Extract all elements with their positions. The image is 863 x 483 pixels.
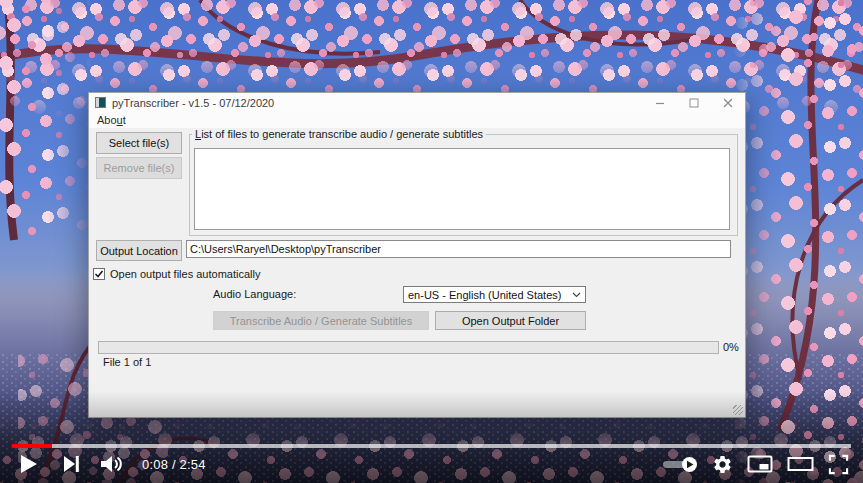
next-icon [64, 456, 79, 472]
remove-files-button[interactable]: Remove file(s) [96, 157, 182, 179]
volume-button[interactable] [98, 447, 128, 481]
group-label-text: ist of files to generate transcribe audi… [201, 128, 483, 140]
open-output-checkbox[interactable] [93, 268, 105, 280]
file-counter: File 1 of 1 [103, 356, 151, 368]
play-button[interactable] [14, 447, 44, 481]
blossoms-right [731, 0, 863, 483]
maximize-icon [689, 98, 699, 108]
volume-icon [101, 455, 125, 473]
minimize-icon [655, 98, 665, 108]
file-list[interactable] [194, 148, 730, 230]
about-label-end: t [123, 114, 126, 126]
minimize-button[interactable] [643, 93, 677, 113]
autoplay-toggle[interactable] [662, 456, 698, 473]
theater-mode-icon [787, 455, 814, 473]
blossoms-top-dense [0, 0, 863, 90]
open-output-checkbox-label: Open output files automatically [110, 268, 260, 280]
window-titlebar: pyTranscriber - v1.5 - 07/12/2020 [89, 93, 745, 113]
close-button[interactable] [711, 93, 745, 113]
maximize-button[interactable] [677, 93, 711, 113]
output-path-field[interactable]: C:\Users\Raryel\Desktop\pyTranscriber [186, 240, 731, 258]
settings-gear-icon [712, 454, 733, 475]
autoplay-toggle-icon [662, 456, 698, 473]
video-player[interactable]: pyTranscriber - v1.5 - 07/12/2020 About … [0, 0, 863, 483]
player-controls-bar: 0:08 / 2:54 [0, 445, 863, 483]
output-location-button[interactable]: Output Location [96, 240, 182, 261]
fullscreen-icon [828, 454, 849, 475]
open-output-folder-button[interactable]: Open Output Folder [435, 311, 586, 330]
pytranscriber-window: pyTranscriber - v1.5 - 07/12/2020 About … [88, 92, 746, 418]
window-title: pyTranscriber - v1.5 - 07/12/2020 [112, 93, 274, 113]
window-content: Select file(s) Remove file(s) List of fi… [89, 128, 745, 417]
menu-bar: About [89, 113, 745, 128]
about-label: Abo [97, 114, 117, 126]
play-icon [21, 455, 37, 473]
progress-percent: 0% [723, 341, 739, 353]
app-icon [95, 97, 106, 108]
checkmark-icon [94, 269, 104, 279]
miniplayer-button[interactable] [747, 454, 773, 474]
miniplayer-icon [747, 454, 773, 474]
next-button[interactable] [56, 447, 86, 481]
audio-language-label: Audio Language: [213, 288, 296, 300]
audio-language-value: en-US - English (United States) [408, 289, 561, 301]
transcribe-button[interactable]: Transcribe Audio / Generate Subtitles [213, 311, 429, 330]
resize-grip[interactable] [733, 405, 743, 415]
transcription-progress-bar [98, 341, 719, 354]
file-list-group: List of files to generate transcribe aud… [189, 134, 738, 236]
fullscreen-button[interactable] [828, 454, 849, 475]
theater-mode-button[interactable] [787, 455, 814, 473]
open-output-checkbox-row: Open output files automatically [93, 267, 260, 281]
close-icon [723, 98, 733, 108]
select-files-button[interactable]: Select file(s) [96, 132, 182, 154]
blossoms-left [0, 0, 92, 235]
audio-language-select[interactable]: en-US - English (United States) [403, 286, 586, 303]
file-list-group-label: List of files to generate transcribe aud… [192, 128, 486, 140]
settings-button[interactable] [712, 454, 733, 475]
time-display: 0:08 / 2:54 [142, 457, 206, 472]
menu-item-about[interactable]: About [94, 113, 129, 128]
chevron-down-icon [572, 292, 581, 298]
